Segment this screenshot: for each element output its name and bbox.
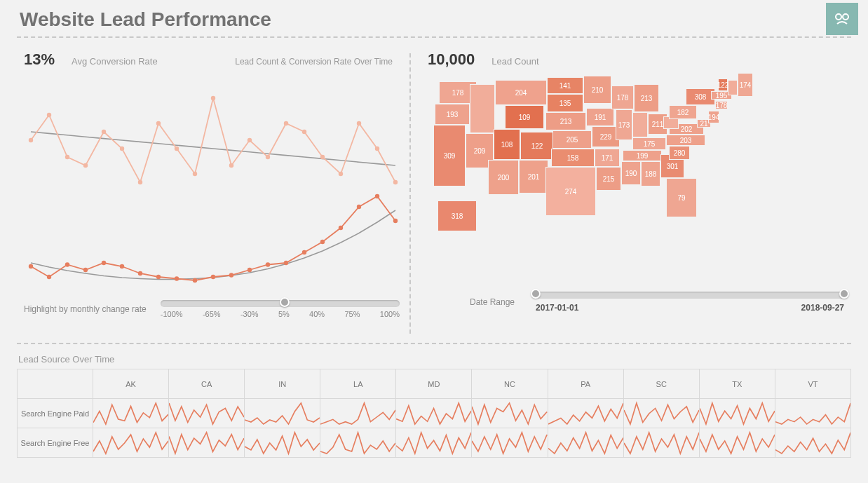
svg-point-14 — [247, 138, 252, 142]
slider-tick: 40% — [309, 310, 325, 318]
svg-point-27 — [102, 261, 106, 265]
state-or[interactable]: 193 — [435, 104, 470, 125]
spark-paid-tx — [699, 399, 775, 428]
conversion-leads-chart — [24, 77, 402, 294]
svg-point-33 — [211, 275, 215, 279]
conversion-panel: 13% Avg Conversion Rate Lead Count & Con… — [17, 50, 409, 339]
col-nc: NC — [472, 369, 548, 399]
state-tn[interactable]: 199 — [623, 150, 662, 161]
col-in: IN — [245, 369, 320, 399]
lead-count-panel: 10,000 Lead Count 1781933092092041091081… — [411, 50, 851, 339]
spark-free-md — [396, 428, 472, 458]
svg-point-39 — [320, 240, 325, 244]
spark-free-la — [320, 428, 396, 458]
svg-point-30 — [156, 275, 161, 279]
state-mi[interactable]: 213 — [634, 84, 659, 112]
state-sc[interactable]: 280 — [669, 146, 690, 160]
svg-point-10 — [175, 147, 179, 151]
state-in[interactable] — [632, 112, 648, 137]
state-me[interactable]: 174 — [738, 73, 753, 97]
state-ky[interactable]: 175 — [632, 137, 666, 150]
state-pa[interactable]: 182 — [669, 105, 697, 119]
svg-point-9 — [156, 121, 161, 125]
state-sd[interactable]: 135 — [547, 94, 583, 112]
state-nj[interactable]: 194 — [708, 111, 719, 123]
conversion-chart-title: Lead Count & Conversion Rate Over Time — [235, 57, 400, 67]
state-fl[interactable]: 79 — [666, 178, 697, 217]
state-al[interactable]: 188 — [641, 161, 660, 186]
state-ca[interactable]: 309 — [433, 125, 466, 186]
svg-point-43 — [393, 219, 398, 223]
spark-free-ca — [169, 428, 245, 458]
state-id[interactable] — [470, 84, 495, 133]
svg-point-18 — [320, 155, 325, 159]
state-ia[interactable]: 191 — [586, 108, 614, 126]
row-free: Search Engine Free — [18, 428, 93, 458]
state-wi[interactable]: 178 — [611, 86, 634, 109]
state-il[interactable]: 173 — [616, 109, 632, 140]
us-choropleth-map[interactable]: 1781933092092041091081222002011411352132… — [428, 70, 806, 287]
svg-point-40 — [339, 226, 343, 230]
spark-free-nc — [472, 428, 548, 458]
state-ut[interactable]: 108 — [494, 129, 520, 160]
spark-free-ak — [93, 428, 169, 458]
state-mt[interactable]: 204 — [495, 80, 547, 105]
svg-point-42 — [375, 194, 379, 198]
spark-free-sc — [623, 428, 699, 458]
svg-point-16 — [284, 121, 288, 125]
table-corner — [18, 369, 93, 399]
slider-tick: -30% — [240, 310, 259, 318]
spark-paid-pa — [548, 399, 623, 428]
state-ct[interactable]: 178 — [715, 101, 728, 109]
svg-point-13 — [229, 163, 233, 168]
state-ne[interactable]: 213 — [545, 112, 586, 130]
col-ak: AK — [93, 369, 169, 399]
lead-source-title: Lead Source Over Time — [18, 354, 851, 365]
state-wy[interactable]: 109 — [505, 105, 544, 129]
state-mn[interactable]: 210 — [583, 76, 611, 104]
row-paid: Search Engine Paid — [18, 399, 93, 428]
svg-point-41 — [357, 205, 361, 209]
svg-point-15 — [266, 155, 270, 159]
spark-paid-md — [396, 399, 472, 428]
change-rate-slider[interactable]: -100%-65%-30%5%40%75%100% — [161, 300, 400, 318]
svg-point-17 — [302, 130, 306, 134]
change-slider-label: Highlight by monthly change rate — [24, 304, 147, 314]
state-nm[interactable]: 201 — [519, 160, 548, 193]
svg-point-8 — [138, 180, 142, 184]
svg-point-36 — [266, 262, 270, 266]
state-ar[interactable]: 171 — [595, 149, 620, 167]
lead-source-table: AKCAINLAMDNCPASCTXVTSearch Engine PaidSe… — [17, 369, 851, 458]
svg-point-4 — [65, 155, 69, 159]
state-nc[interactable]: 203 — [666, 135, 705, 146]
state-nd[interactable]: 141 — [547, 77, 583, 94]
svg-point-1 — [843, 14, 848, 20]
col-sc: SC — [623, 369, 699, 399]
state-tx[interactable]: 274 — [545, 167, 596, 216]
state-co[interactable]: 122 — [520, 132, 554, 160]
state-nh[interactable] — [728, 80, 738, 95]
svg-point-37 — [284, 261, 288, 265]
slider-tick: 75% — [344, 310, 360, 318]
state-ok[interactable]: 158 — [551, 149, 595, 167]
svg-point-6 — [102, 130, 106, 134]
state-ks[interactable]: 205 — [552, 130, 592, 149]
state-az[interactable]: 200 — [488, 160, 519, 195]
date-range-slider[interactable]: 2017-01-01 2018-09-27 — [536, 292, 844, 313]
spark-paid-nc — [472, 399, 548, 428]
state-ms[interactable]: 190 — [621, 161, 641, 185]
svg-point-35 — [247, 268, 252, 272]
svg-point-28 — [120, 264, 124, 268]
state-la[interactable]: 215 — [596, 167, 621, 191]
conversion-rate-label: Avg Conversion Rate — [72, 56, 158, 67]
state-vt[interactable]: 122 — [718, 79, 728, 91]
slider-tick: -100% — [161, 310, 183, 318]
svg-point-38 — [302, 250, 306, 254]
col-tx: TX — [699, 369, 775, 399]
svg-point-31 — [175, 276, 179, 280]
spark-free-in — [245, 428, 320, 458]
date-range-start: 2017-01-01 — [536, 303, 578, 313]
slider-tick: 100% — [380, 310, 400, 318]
date-range-end: 2018-09-27 — [801, 303, 844, 313]
state-ak[interactable]: 318 — [438, 200, 477, 231]
